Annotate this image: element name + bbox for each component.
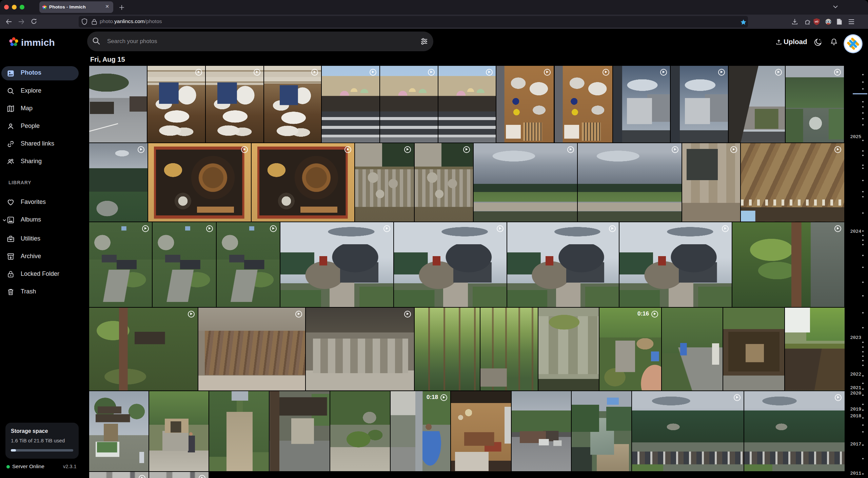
svg-text:uO: uO bbox=[815, 20, 818, 23]
